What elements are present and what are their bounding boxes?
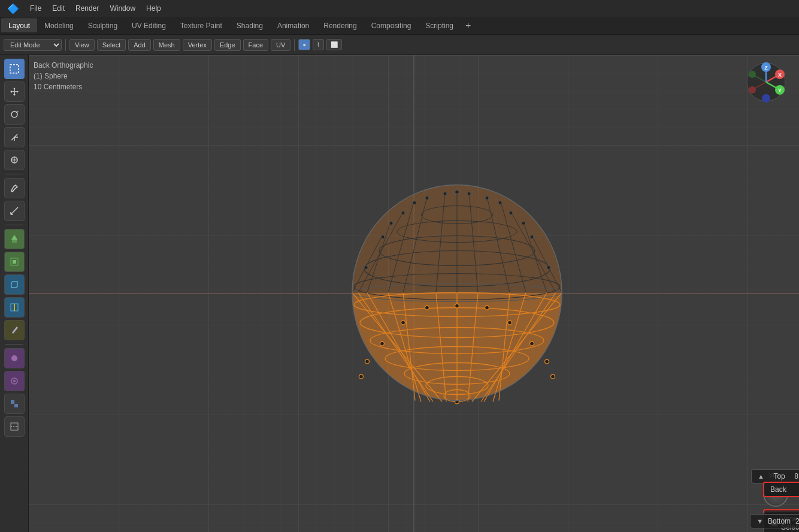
face-toggle[interactable]: ⬜ [326,39,342,50]
svg-point-85 [547,266,550,270]
svg-point-93 [455,304,459,308]
top-arrow-icon: ▲ [758,473,764,480]
tool-transform[interactable] [4,150,25,170]
svg-rect-27 [14,404,18,407]
svg-point-115 [749,71,756,78]
mode-selector[interactable]: Edit Mode Object Mode [4,39,62,51]
select-menu[interactable]: Select [97,39,126,51]
svg-point-101 [545,359,549,364]
tool-vertex-slide[interactable] [4,371,25,391]
svg-marker-4 [13,94,16,96]
tab-layout[interactable]: Layout [1,19,37,32]
svg-point-80 [401,211,405,215]
tool-split[interactable] [4,416,25,437]
svg-point-90 [389,222,393,225]
tool-rotate[interactable] [4,104,25,125]
svg-point-95 [485,306,489,310]
tool-scale[interactable] [4,127,25,147]
tool-knife[interactable] [4,320,25,340]
edge-toggle[interactable]: ⌇ [313,39,324,50]
tab-rendering[interactable]: Rendering [316,19,364,32]
mesh-menu[interactable]: Mesh [153,39,180,51]
tab-modeling[interactable]: Modeling [37,19,81,32]
tab-scripting[interactable]: Scripting [418,19,461,32]
svg-rect-17 [12,240,17,243]
face-menu[interactable]: Face [243,39,268,51]
svg-point-99 [530,341,534,346]
vertex-menu[interactable]: Vertex [183,39,212,51]
tool-sep-2 [5,225,23,225]
svg-point-79 [485,197,489,200]
toolbar-strip: Edit Mode Object Mode View Select Add Me… [0,35,799,55]
svg-point-82 [381,235,385,239]
svg-point-86 [443,192,447,196]
blender-logo[interactable]: 🔷 [2,2,24,16]
menu-file[interactable]: File [25,3,46,14]
sphere-mesh [349,179,565,409]
numpad-back-label: Back [770,485,786,494]
tool-spin[interactable] [4,394,25,414]
separator-2 [294,39,295,51]
svg-point-97 [508,321,512,325]
tool-move[interactable] [4,81,25,102]
svg-point-78 [425,197,429,200]
numpad-top-label: Top [773,472,785,480]
tool-extrude[interactable] [4,229,25,249]
uv-menu[interactable]: UV [271,39,290,51]
svg-point-119 [762,94,770,102]
numpad-bottom-button[interactable]: ▼ Bottom 2 [750,514,799,528]
viewport[interactable]: Back Orthographic (1) Sphere 10 Centimet… [29,55,799,532]
svg-point-94 [425,306,429,310]
bottom-arrow-icon: ▼ [756,518,763,525]
svg-marker-3 [13,87,16,89]
left-tool-panel [0,55,29,532]
svg-point-102 [359,374,364,379]
tool-sep-1 [5,174,23,174]
svg-point-87 [467,192,471,196]
tool-smooth-vertex[interactable] [4,348,25,368]
svg-point-89 [498,201,502,205]
svg-rect-26 [11,400,14,404]
orientation-gizmo[interactable]: X Y Z [745,61,787,103]
tool-inset[interactable] [4,252,25,272]
add-menu[interactable]: Add [128,39,151,51]
svg-point-110 [749,86,756,93]
tool-measure[interactable] [4,201,25,221]
tab-texture-paint[interactable]: Texture Paint [173,19,229,32]
tool-bevel[interactable] [4,274,25,295]
menu-edit[interactable]: Edit [47,3,69,14]
edge-menu[interactable]: Edge [214,39,241,51]
svg-marker-5 [10,90,12,93]
numpad-top-key: 8 [794,472,798,480]
tool-annotate[interactable] [4,178,25,198]
svg-point-7 [11,111,17,117]
tool-loop-cut[interactable] [4,297,25,318]
numpad-back-button[interactable]: Back 9 [763,482,799,497]
svg-point-83 [530,235,534,239]
vertex-toggle[interactable]: ● [298,39,310,50]
svg-marker-6 [17,90,19,93]
add-workspace-button[interactable]: + [461,18,476,34]
svg-point-91 [522,222,525,225]
svg-point-96 [401,321,405,325]
menu-render[interactable]: Render [71,3,104,14]
top-menu-bar: 🔷 File Edit Render Window Help [0,0,799,17]
tab-sculpting[interactable]: Sculpting [81,19,125,32]
tab-shading[interactable]: Shading [229,19,270,32]
svg-marker-18 [11,235,17,240]
tab-uv-editing[interactable]: UV Editing [125,19,173,32]
view-menu[interactable]: View [69,39,95,51]
svg-point-88 [413,201,416,205]
tab-animation[interactable]: Animation [270,19,316,32]
svg-text:Y: Y [778,87,782,93]
tool-select-box[interactable] [4,59,25,79]
tab-compositing[interactable]: Compositing [364,19,419,32]
svg-rect-20 [13,260,16,264]
menu-help[interactable]: Help [141,3,166,14]
svg-line-14 [11,207,18,214]
menu-window[interactable]: Window [105,3,140,14]
numpad-bottom-label: Bottom [768,517,791,525]
svg-point-77 [455,190,459,194]
svg-rect-0 [10,65,19,73]
svg-point-25 [13,380,16,382]
